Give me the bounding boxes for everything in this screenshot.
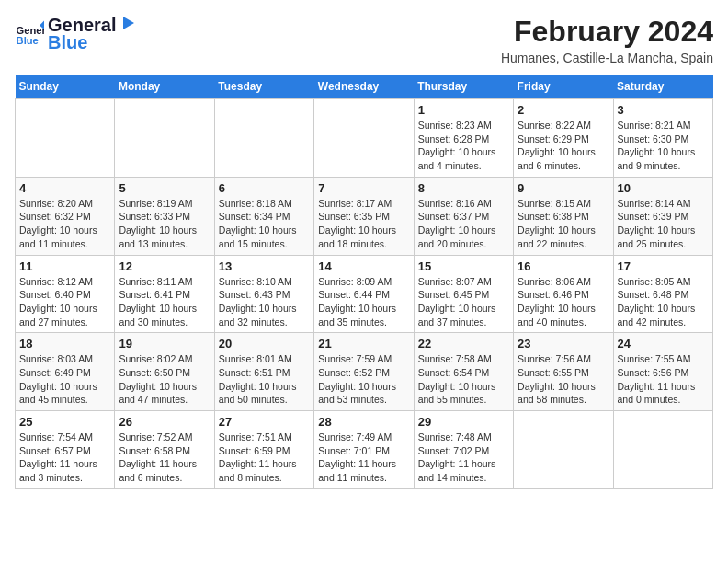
day-number: 3	[618, 103, 709, 117]
day-info: Sunrise: 8:16 AM Sunset: 6:37 PM Dayligh…	[418, 197, 509, 251]
day-info: Sunrise: 8:21 AM Sunset: 6:30 PM Dayligh…	[618, 119, 709, 173]
calendar-cell: 29Sunrise: 7:48 AM Sunset: 7:02 PM Dayli…	[414, 411, 513, 489]
calendar-week-4: 18Sunrise: 8:03 AM Sunset: 6:49 PM Dayli…	[16, 333, 713, 411]
day-info: Sunrise: 8:14 AM Sunset: 6:39 PM Dayligh…	[618, 197, 709, 251]
day-number: 26	[119, 415, 210, 429]
calendar-week-5: 25Sunrise: 7:54 AM Sunset: 6:57 PM Dayli…	[16, 411, 713, 489]
day-info: Sunrise: 8:19 AM Sunset: 6:33 PM Dayligh…	[119, 197, 210, 251]
calendar-cell: 7Sunrise: 8:17 AM Sunset: 6:35 PM Daylig…	[314, 177, 414, 255]
page-header: General Blue General Blue February 2024 …	[15, 15, 713, 65]
day-info: Sunrise: 8:02 AM Sunset: 6:50 PM Dayligh…	[119, 352, 210, 407]
day-number: 9	[518, 181, 609, 195]
logo-arrow-icon	[118, 15, 134, 31]
calendar-cell: 15Sunrise: 8:07 AM Sunset: 6:45 PM Dayli…	[414, 255, 513, 333]
day-info: Sunrise: 8:07 AM Sunset: 6:45 PM Dayligh…	[418, 275, 509, 329]
day-info: Sunrise: 8:12 AM Sunset: 6:40 PM Dayligh…	[19, 275, 110, 329]
day-info: Sunrise: 8:15 AM Sunset: 6:38 PM Dayligh…	[518, 197, 609, 251]
calendar-cell: 21Sunrise: 7:59 AM Sunset: 6:52 PM Dayli…	[314, 333, 414, 411]
header-day-saturday: Saturday	[613, 75, 712, 99]
calendar-week-3: 11Sunrise: 8:12 AM Sunset: 6:40 PM Dayli…	[16, 255, 713, 333]
day-info: Sunrise: 8:05 AM Sunset: 6:48 PM Dayligh…	[618, 275, 709, 329]
calendar-cell: 20Sunrise: 8:01 AM Sunset: 6:51 PM Dayli…	[214, 333, 313, 411]
header-day-thursday: Thursday	[414, 75, 513, 99]
day-info: Sunrise: 7:56 AM Sunset: 6:55 PM Dayligh…	[518, 352, 609, 407]
svg-text:General: General	[17, 25, 44, 36]
day-info: Sunrise: 7:59 AM Sunset: 6:52 PM Dayligh…	[318, 352, 409, 407]
header-day-tuesday: Tuesday	[214, 75, 313, 99]
day-number: 10	[618, 181, 709, 195]
calendar-cell: 22Sunrise: 7:58 AM Sunset: 6:54 PM Dayli…	[414, 333, 513, 411]
day-info: Sunrise: 8:11 AM Sunset: 6:41 PM Dayligh…	[119, 275, 210, 329]
day-number: 28	[318, 415, 409, 429]
logo: General Blue General Blue	[15, 15, 134, 53]
calendar-cell: 17Sunrise: 8:05 AM Sunset: 6:48 PM Dayli…	[613, 255, 712, 333]
day-info: Sunrise: 7:52 AM Sunset: 6:58 PM Dayligh…	[119, 431, 210, 485]
day-number: 16	[518, 259, 609, 273]
day-info: Sunrise: 8:18 AM Sunset: 6:34 PM Dayligh…	[219, 197, 310, 251]
day-info: Sunrise: 7:58 AM Sunset: 6:54 PM Dayligh…	[418, 352, 509, 407]
day-number: 15	[418, 259, 509, 273]
calendar-cell: 1Sunrise: 8:23 AM Sunset: 6:28 PM Daylig…	[414, 99, 513, 178]
day-number: 25	[19, 415, 110, 429]
day-number: 20	[219, 337, 310, 350]
day-info: Sunrise: 8:06 AM Sunset: 6:46 PM Dayligh…	[518, 275, 609, 329]
day-info: Sunrise: 7:51 AM Sunset: 6:59 PM Dayligh…	[219, 431, 310, 485]
day-number: 18	[19, 337, 110, 350]
day-number: 27	[219, 415, 310, 429]
day-info: Sunrise: 7:48 AM Sunset: 7:02 PM Dayligh…	[418, 431, 509, 485]
calendar-cell	[314, 99, 414, 178]
calendar-cell	[16, 99, 115, 178]
title-area: February 2024 Humanes, Castille-La Manch…	[501, 15, 713, 65]
day-number: 14	[318, 259, 409, 273]
calendar-cell: 11Sunrise: 8:12 AM Sunset: 6:40 PM Dayli…	[16, 255, 115, 333]
calendar-cell: 6Sunrise: 8:18 AM Sunset: 6:34 PM Daylig…	[214, 177, 313, 255]
calendar-cell: 23Sunrise: 7:56 AM Sunset: 6:55 PM Dayli…	[514, 333, 613, 411]
logo-icon: General Blue	[15, 19, 44, 49]
day-info: Sunrise: 7:49 AM Sunset: 7:01 PM Dayligh…	[318, 431, 409, 485]
calendar-cell: 10Sunrise: 8:14 AM Sunset: 6:39 PM Dayli…	[613, 177, 712, 255]
calendar-cell	[214, 99, 313, 178]
day-number: 1	[418, 103, 509, 117]
calendar-cell: 28Sunrise: 7:49 AM Sunset: 7:01 PM Dayli…	[314, 411, 414, 489]
header-day-wednesday: Wednesday	[314, 75, 414, 99]
day-number: 13	[219, 259, 310, 273]
day-info: Sunrise: 8:23 AM Sunset: 6:28 PM Dayligh…	[418, 119, 509, 173]
day-info: Sunrise: 8:01 AM Sunset: 6:51 PM Dayligh…	[219, 352, 310, 407]
day-number: 8	[418, 181, 509, 195]
header-day-monday: Monday	[115, 75, 214, 99]
calendar-cell: 14Sunrise: 8:09 AM Sunset: 6:44 PM Dayli…	[314, 255, 414, 333]
calendar-body: 1Sunrise: 8:23 AM Sunset: 6:28 PM Daylig…	[16, 99, 713, 489]
calendar-cell	[613, 411, 712, 489]
day-info: Sunrise: 7:54 AM Sunset: 6:57 PM Dayligh…	[19, 431, 110, 485]
day-info: Sunrise: 7:55 AM Sunset: 6:56 PM Dayligh…	[618, 352, 709, 407]
calendar-cell	[514, 411, 613, 489]
day-number: 11	[19, 259, 110, 273]
day-number: 7	[318, 181, 409, 195]
calendar-cell	[115, 99, 214, 178]
calendar-cell: 16Sunrise: 8:06 AM Sunset: 6:46 PM Dayli…	[514, 255, 613, 333]
calendar-cell: 3Sunrise: 8:21 AM Sunset: 6:30 PM Daylig…	[613, 99, 712, 178]
day-info: Sunrise: 8:22 AM Sunset: 6:29 PM Dayligh…	[518, 119, 609, 173]
day-info: Sunrise: 8:09 AM Sunset: 6:44 PM Dayligh…	[318, 275, 409, 329]
calendar-week-2: 4Sunrise: 8:20 AM Sunset: 6:32 PM Daylig…	[16, 177, 713, 255]
day-number: 24	[618, 337, 709, 350]
day-number: 29	[418, 415, 509, 429]
calendar-header-row: SundayMondayTuesdayWednesdayThursdayFrid…	[16, 75, 713, 99]
day-info: Sunrise: 8:20 AM Sunset: 6:32 PM Dayligh…	[19, 197, 110, 251]
calendar-table: SundayMondayTuesdayWednesdayThursdayFrid…	[15, 75, 713, 489]
day-number: 23	[518, 337, 609, 350]
calendar-cell: 26Sunrise: 7:52 AM Sunset: 6:58 PM Dayli…	[115, 411, 214, 489]
calendar-cell: 18Sunrise: 8:03 AM Sunset: 6:49 PM Dayli…	[16, 333, 115, 411]
calendar-cell: 25Sunrise: 7:54 AM Sunset: 6:57 PM Dayli…	[16, 411, 115, 489]
day-number: 21	[318, 337, 409, 350]
day-info: Sunrise: 8:10 AM Sunset: 6:43 PM Dayligh…	[219, 275, 310, 329]
day-number: 4	[19, 181, 110, 195]
day-info: Sunrise: 8:03 AM Sunset: 6:49 PM Dayligh…	[19, 352, 110, 407]
day-number: 17	[618, 259, 709, 273]
calendar-week-1: 1Sunrise: 8:23 AM Sunset: 6:28 PM Daylig…	[16, 99, 713, 178]
day-number: 12	[119, 259, 210, 273]
calendar-cell: 2Sunrise: 8:22 AM Sunset: 6:29 PM Daylig…	[514, 99, 613, 178]
calendar-cell: 12Sunrise: 8:11 AM Sunset: 6:41 PM Dayli…	[115, 255, 214, 333]
calendar-cell: 4Sunrise: 8:20 AM Sunset: 6:32 PM Daylig…	[16, 177, 115, 255]
calendar-cell: 19Sunrise: 8:02 AM Sunset: 6:50 PM Dayli…	[115, 333, 214, 411]
